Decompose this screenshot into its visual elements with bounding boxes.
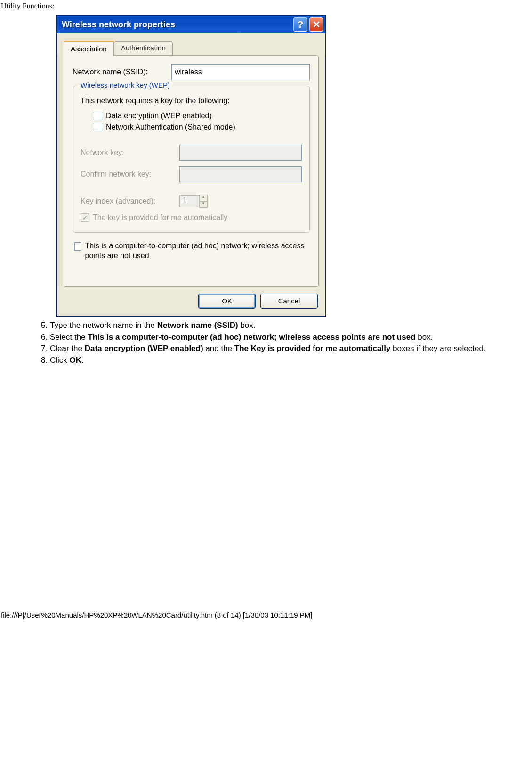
adhoc-row[interactable]: ✔ This is a computer-to-computer (ad hoc… bbox=[74, 241, 308, 261]
confirm-key-row: Confirm network key: bbox=[81, 166, 302, 182]
close-icon[interactable]: ✕ bbox=[309, 17, 323, 32]
adhoc-checkbox[interactable]: ✔ bbox=[74, 242, 81, 251]
ssid-row: Network name (SSID): bbox=[73, 64, 310, 80]
dialog-button-bar: OK Cancel bbox=[57, 287, 325, 316]
wep-checkbox[interactable]: ✔ bbox=[94, 112, 102, 120]
wep-groupbox: Wireless network key (WEP) This network … bbox=[73, 86, 310, 233]
autokey-checkbox: ✔ bbox=[81, 213, 89, 222]
network-key-row: Network key: bbox=[81, 145, 302, 161]
autokey-row: ✔ The key is provided for me automatical… bbox=[81, 213, 302, 222]
tab-authentication[interactable]: Authentication bbox=[114, 41, 173, 57]
wep-checkbox-label: Data encryption (WEP enabled) bbox=[106, 112, 212, 120]
help-icon[interactable]: ? bbox=[293, 17, 307, 32]
instruction-item: Click OK. bbox=[50, 355, 508, 366]
dialog-title: Wireless network properties bbox=[62, 20, 293, 30]
network-key-label: Network key: bbox=[81, 148, 179, 157]
instruction-item: Type the network name in the Network nam… bbox=[50, 320, 508, 331]
confirm-key-input bbox=[179, 166, 302, 182]
key-index-spinner: 1 ▲ ▼ bbox=[179, 195, 208, 208]
key-index-row: Key index (advanced): 1 ▲ ▼ bbox=[81, 195, 302, 208]
page-header: Utility Functions: bbox=[0, 0, 532, 10]
wep-group-legend: Wireless network key (WEP) bbox=[78, 81, 173, 89]
ok-button[interactable]: OK bbox=[198, 294, 256, 309]
ssid-input[interactable] bbox=[171, 64, 310, 80]
cancel-button[interactable]: Cancel bbox=[260, 294, 318, 309]
spinner-up-icon: ▲ bbox=[199, 195, 208, 201]
key-index-value: 1 bbox=[179, 195, 199, 207]
ssid-label: Network name (SSID): bbox=[73, 68, 171, 76]
instruction-list: Type the network name in the Network nam… bbox=[33, 320, 508, 367]
wireless-properties-dialog: Wireless network properties ? ✕ Associat… bbox=[56, 15, 326, 317]
requires-key-text: This network requires a key for the foll… bbox=[81, 97, 302, 105]
page-footer: file:///P|/User%20Manuals/HP%20XP%20WLAN… bbox=[0, 611, 532, 622]
adhoc-label: This is a computer-to-computer (ad hoc) … bbox=[85, 241, 308, 261]
titlebar-buttons: ? ✕ bbox=[293, 17, 323, 32]
auth-checkbox-row[interactable]: ✔ Network Authentication (Shared mode) bbox=[94, 123, 302, 131]
auth-checkbox-label: Network Authentication (Shared mode) bbox=[106, 123, 235, 131]
spinner-down-icon: ▼ bbox=[199, 201, 208, 208]
titlebar: Wireless network properties ? ✕ bbox=[57, 16, 325, 33]
confirm-key-label: Confirm network key: bbox=[81, 170, 179, 179]
network-key-input bbox=[179, 145, 302, 161]
instruction-item: Select the This is a computer-to-compute… bbox=[50, 332, 508, 343]
key-index-label: Key index (advanced): bbox=[81, 197, 179, 205]
autokey-label: The key is provided for me automatically bbox=[93, 213, 227, 222]
tab-panel-association: Network name (SSID): Wireless network ke… bbox=[64, 55, 319, 287]
tab-association[interactable]: Association bbox=[64, 41, 114, 56]
instruction-item: Clear the Data encryption (WEP enabled) … bbox=[50, 343, 508, 354]
screenshot-container: Wireless network properties ? ✕ Associat… bbox=[56, 15, 532, 317]
tabstrip: Association Authentication bbox=[57, 33, 325, 55]
auth-checkbox[interactable]: ✔ bbox=[94, 123, 102, 131]
wep-checkbox-row[interactable]: ✔ Data encryption (WEP enabled) bbox=[94, 112, 302, 120]
